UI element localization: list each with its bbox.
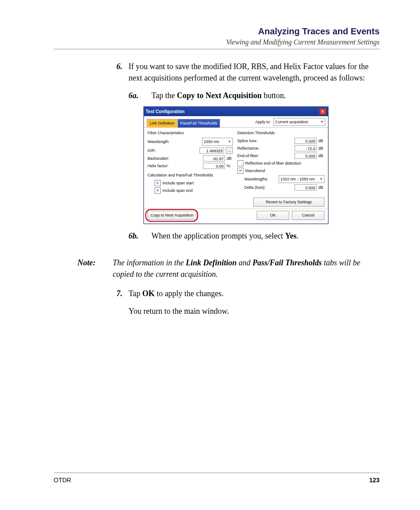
ior-more-button[interactable]: ... bbox=[226, 147, 233, 154]
test-configuration-dialog: Test Configuration x Link Definition Pas… bbox=[144, 106, 328, 224]
include-span-start-checkbox[interactable]: ✕ bbox=[155, 180, 161, 186]
end-of-fiber-input[interactable]: 5.000 bbox=[295, 153, 317, 159]
ior-input[interactable]: 1.468325 bbox=[199, 147, 224, 154]
substep-number: 6b. bbox=[129, 230, 151, 242]
helix-unit: % bbox=[227, 163, 233, 169]
substep-number: 6a. bbox=[129, 90, 151, 101]
reflective-eof-label: Reflective end-of-fiber detection bbox=[245, 161, 301, 166]
calc-group: Calculation and Pass/Fail Thresholds bbox=[147, 172, 233, 178]
reflective-eof-checkbox[interactable] bbox=[237, 160, 243, 166]
helix-label: Helix factor: bbox=[147, 163, 177, 169]
include-span-start-label: Include span start bbox=[162, 180, 194, 186]
section-subtitle: Viewing and Modifying Current Measuremen… bbox=[54, 38, 379, 46]
chevron-down-icon: ▼ bbox=[321, 120, 324, 124]
splice-loss-label: Splice loss: bbox=[237, 138, 270, 144]
delta-loss-label: Delta (loss): bbox=[244, 185, 277, 191]
reflectance-input[interactable]: -72.0 bbox=[295, 145, 317, 151]
reflectance-label: Reflectance: bbox=[237, 146, 270, 151]
page-number: 123 bbox=[369, 477, 379, 484]
wavelength-label: Wavelength: bbox=[147, 139, 177, 145]
note-text: The information in the Link Definition a… bbox=[113, 257, 379, 280]
detection-thresholds-group: Detection Thresholds bbox=[237, 130, 324, 136]
footer-rule bbox=[54, 473, 379, 473]
apply-to-select[interactable]: Current acquisition ▼ bbox=[273, 118, 325, 126]
splice-loss-unit: dB bbox=[318, 138, 324, 144]
step7-text: Tap OK to apply the changes. bbox=[129, 288, 379, 299]
macrobend-checkbox[interactable]: ✕ bbox=[237, 168, 243, 174]
delta-loss-input[interactable]: 0.500 bbox=[295, 184, 317, 191]
close-icon[interactable]: x bbox=[319, 108, 326, 115]
apply-to-label: Apply to: bbox=[255, 119, 271, 125]
fiber-characteristics-group: Fiber Characteristics bbox=[147, 130, 233, 136]
reflectance-unit: dB bbox=[318, 146, 324, 151]
step6-text: If you want to save the modified IOR, RB… bbox=[129, 62, 368, 82]
footer-product: OTDR bbox=[54, 477, 71, 484]
ok-button[interactable]: OK bbox=[257, 211, 289, 220]
step7-after: You return to the main window. bbox=[129, 305, 379, 317]
chapter-title: Analyzing Traces and Events bbox=[54, 26, 379, 37]
step-number: 6. bbox=[107, 61, 129, 247]
note-label: Note: bbox=[77, 257, 113, 280]
cancel-button[interactable]: Cancel bbox=[292, 211, 324, 220]
helix-input[interactable]: 0.00 bbox=[203, 163, 225, 169]
copy-to-next-acquisition-button[interactable]: Copy to Next Acquisition bbox=[147, 211, 197, 220]
header-rule bbox=[54, 49, 379, 49]
backscatter-unit: dB bbox=[227, 156, 233, 161]
splice-loss-input[interactable]: 0.020 bbox=[295, 138, 317, 144]
wavelengths-select[interactable]: 1310 nm - 1550 nm ▼ bbox=[279, 175, 324, 183]
chevron-down-icon: ▼ bbox=[228, 139, 231, 144]
chevron-down-icon: ▼ bbox=[320, 177, 323, 181]
include-span-end-label: Include span end bbox=[162, 188, 193, 194]
ior-label: IOR: bbox=[147, 148, 177, 154]
wavelength-select[interactable]: 1550 nm ▼ bbox=[202, 138, 233, 146]
end-of-fiber-label: End-of-fiber: bbox=[237, 153, 270, 159]
backscatter-input[interactable]: -81.87 bbox=[203, 155, 225, 161]
substep-text: Tap the Copy to Next Acquisition button. bbox=[151, 90, 379, 101]
dialog-title: Test Configuration bbox=[146, 109, 184, 115]
include-span-end-checkbox[interactable]: ✕ bbox=[155, 187, 161, 194]
delta-loss-unit: dB bbox=[318, 185, 324, 191]
tab-passfail-thresholds[interactable]: Pass/Fail Thresholds bbox=[177, 119, 221, 128]
macrobend-label: Macrobend bbox=[245, 168, 265, 174]
end-of-fiber-unit: dB bbox=[318, 153, 324, 159]
revert-button[interactable]: Revert to Factory Settings bbox=[253, 198, 324, 207]
backscatter-label: Backscatter: bbox=[147, 156, 177, 161]
step-number: 7. bbox=[107, 288, 129, 317]
wavelengths-label: Wavelengths: bbox=[244, 176, 277, 182]
substep-text: When the application prompts you, select… bbox=[151, 230, 379, 242]
tab-link-definition[interactable]: Link Definition bbox=[147, 119, 178, 128]
